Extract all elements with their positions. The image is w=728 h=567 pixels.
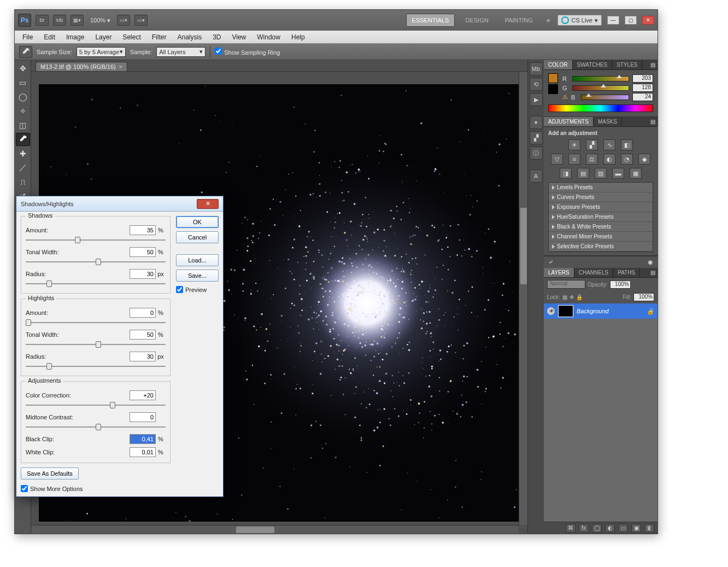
preset-curves[interactable]: Curves Presets [549,192,653,202]
midtone-contrast-input[interactable] [130,412,156,422]
preset-mixer[interactable]: Channel Mixer Presets [549,232,653,242]
r-slider[interactable] [572,76,629,81]
menu-edit[interactable]: Edit [38,32,61,42]
dialog-close[interactable]: ✕ [197,199,219,209]
fx-icon[interactable]: fx [579,524,589,533]
adj-curves-icon[interactable]: ∿ [603,139,615,150]
screen-mode-icon[interactable]: ▭▾ [117,15,130,26]
color-correction-input[interactable] [130,390,156,400]
ok-button[interactable]: OK [176,216,219,228]
fill-value[interactable]: 100% [633,293,654,301]
highlights-tonal-input[interactable] [130,330,156,340]
tab-adjustments[interactable]: ADJUSTMENTS [544,117,594,126]
hue-bar[interactable] [548,104,653,112]
adj-exposure-icon[interactable]: ◧ [621,139,633,150]
blend-mode-select[interactable]: Normal [547,280,585,289]
sample-select[interactable]: All Layers▾ [156,47,206,57]
dock-minibridge-icon[interactable]: Mb [530,62,543,75]
dock-character-icon[interactable]: A [530,169,543,183]
lasso-tool[interactable]: ◯ [16,90,30,103]
save-defaults-button[interactable]: Save As Defaults [21,467,79,480]
g-value[interactable]: 128 [632,84,653,92]
preset-levels[interactable]: Levels Presets [549,183,653,192]
stamp-tool[interactable]: ⎍ [16,176,30,189]
vertical-scrollbar[interactable] [519,72,527,525]
adj-levels-icon[interactable]: ▞ [586,139,598,150]
adj-thresh-icon[interactable]: ▨ [595,168,607,179]
adj-bw-icon[interactable]: ◐ [603,154,615,165]
adj-gradmap-icon[interactable]: ▬ [612,168,624,179]
workspace-more-icon[interactable]: » [543,16,554,24]
lock-position-icon[interactable]: ✥ [570,294,574,300]
minibridge-icon[interactable]: Mb [53,15,66,26]
color-correction-slider[interactable] [26,401,166,409]
horizontal-scrollbar[interactable] [31,525,519,534]
shadows-tonal-input[interactable] [130,247,156,257]
layer-visibility-icon[interactable]: 👁 [547,307,555,315]
menu-image[interactable]: Image [61,32,90,42]
black-clip-input[interactable] [130,434,156,444]
adjustments-panel-menu[interactable]: ▤ [648,117,657,126]
shadows-radius-slider[interactable] [26,280,166,288]
adj-poster-icon[interactable]: ▤ [577,168,589,179]
menu-view[interactable]: View [226,32,251,42]
preset-bw[interactable]: Black & White Presets [549,222,653,232]
tab-channels[interactable]: CHANNELS [574,268,613,277]
dock-navigator-icon[interactable]: ✦ [530,116,543,129]
highlights-tonal-slider[interactable] [26,341,166,348]
opacity-value[interactable]: 100% [610,280,631,289]
eyedropper-tool[interactable] [16,133,30,146]
eyedropper-icon[interactable] [19,46,32,58]
background-swatch[interactable] [548,84,558,94]
adj-layer-icon[interactable]: ◐ [605,524,615,533]
midtone-contrast-slider[interactable] [26,423,166,431]
highlights-amount-input[interactable] [130,308,156,318]
cslive-button[interactable]: CS Live▾ [557,15,602,26]
adj-mixer-icon[interactable]: ◆ [638,154,650,165]
adj-return-icon[interactable]: ⤶ [548,259,553,266]
move-tool[interactable]: ✥ [16,62,30,75]
menu-3d[interactable]: 3D [207,32,226,42]
wand-tool[interactable]: ✧ [16,104,30,118]
mask-icon[interactable]: ◯ [592,524,602,533]
extras-icon[interactable]: ▭▾ [134,15,148,26]
color-panel-menu[interactable]: ▤ [648,60,657,69]
tab-masks[interactable]: MASKS [594,117,622,126]
adj-brightness-icon[interactable]: ☀ [568,139,580,150]
arrange-icon[interactable]: ▦▾ [71,15,84,26]
g-slider[interactable] [572,85,629,91]
workspace-design[interactable]: DESIGN [459,14,494,27]
foreground-swatch[interactable] [548,73,558,83]
shadows-tonal-slider[interactable] [26,258,166,266]
menu-file[interactable]: File [17,32,38,42]
document-tab[interactable]: M13-2.tif @ 100% (RGB/16) × [36,62,127,71]
adj-invert-icon[interactable]: ◨ [560,168,572,179]
save-button[interactable]: Save... [176,270,219,282]
layer-row[interactable]: 👁 Background 🔒 [544,303,657,319]
bridge-icon[interactable]: Br [36,15,49,26]
adj-balance-icon[interactable]: ⚖ [586,154,598,165]
menu-layer[interactable]: Layer [90,32,117,42]
adj-clip-icon[interactable]: ◉ [648,259,653,266]
dock-actions-icon[interactable]: ▶ [530,93,543,106]
lock-all-icon[interactable]: 🔒 [576,294,583,300]
window-minimize[interactable]: — [607,16,619,25]
tab-paths[interactable]: PATHS [613,268,640,277]
trash-icon[interactable]: 🗑 [644,524,654,533]
adj-selcolor-icon[interactable]: ▦ [630,168,642,179]
adj-hue-icon[interactable]: ≡ [568,154,580,165]
b-slider[interactable] [581,95,629,100]
link-layers-icon[interactable]: ⌘ [566,524,576,533]
load-button[interactable]: Load... [176,254,219,266]
highlights-amount-slider[interactable] [26,319,166,326]
tab-styles[interactable]: STYLES [612,60,642,69]
tab-color[interactable]: COLOR [544,60,573,69]
window-maximize[interactable]: ▢ [625,16,637,25]
marquee-tool[interactable]: ▭ [16,76,30,89]
preset-hue[interactable]: Hue/Saturation Presets [549,212,653,222]
sample-size-select[interactable]: 5 by 5 Average▾ [77,47,126,57]
preset-exposure[interactable]: Exposure Presets [549,202,653,212]
menu-help[interactable]: Help [286,32,310,42]
workspace-painting[interactable]: PAINTING [499,14,539,27]
tab-swatches[interactable]: SWATCHES [573,60,613,69]
